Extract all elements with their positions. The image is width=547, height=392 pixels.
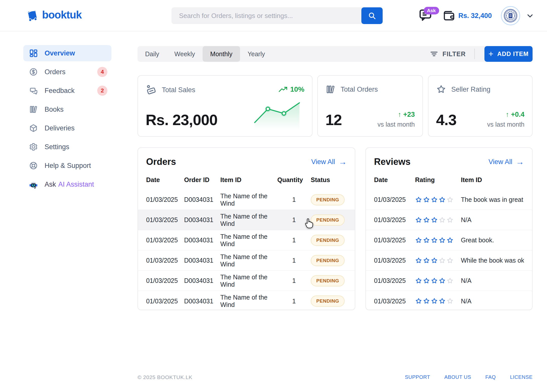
order-date: 01/03/2025 [146, 298, 184, 305]
status-badge: PENDING [311, 275, 345, 286]
tab-yearly[interactable]: Yearly [240, 46, 273, 62]
tab-weekly[interactable]: Weekly [167, 46, 203, 62]
brand-logo[interactable]: booktuk [25, 8, 82, 22]
sidebar-item-label: Deliveries [45, 124, 75, 132]
gear-icon [29, 142, 38, 151]
sidebar-item-overview[interactable]: Overview [23, 45, 111, 61]
dollar-circle-icon [29, 67, 38, 76]
account-menu-chevron[interactable] [526, 11, 534, 20]
sidebar-item-label: Books [45, 106, 64, 113]
star-outline-icon [436, 84, 446, 94]
order-quantity: 1 [277, 277, 311, 284]
wallet-balance: Rs. 32,400 [458, 12, 492, 20]
review-row[interactable]: 01/03/2025N/A [366, 271, 532, 291]
orders-panel: Orders View All → Date Order ID Item ID … [138, 147, 355, 310]
chat-bubbles-icon [29, 86, 38, 95]
footer-link-faq[interactable]: FAQ [485, 374, 496, 380]
star-rating [415, 277, 461, 284]
seller-rating-label: Seller Rating [451, 86, 491, 93]
package-icon [29, 124, 38, 133]
sidebar-item-label: Feedback [45, 87, 75, 95]
review-date: 01/03/2025 [374, 277, 415, 284]
footer-link-about-us[interactable]: ABOUT US [444, 374, 471, 380]
feedback-count-badge: 2 [97, 86, 107, 96]
search-input[interactable] [171, 7, 361, 24]
toolbar-divider [474, 49, 475, 59]
tab-monthly[interactable]: Monthly [203, 46, 240, 62]
book-logo-icon [25, 8, 39, 22]
review-date: 01/03/2025 [374, 237, 415, 244]
wallet-button[interactable]: Rs. 32,400 [442, 9, 492, 22]
footer-link-support[interactable]: SUPPORT [405, 374, 430, 380]
avatar[interactable] [501, 6, 520, 25]
order-date: 01/03/2025 [146, 196, 184, 203]
order-row[interactable]: 01/03/2025D0034031The Name of the Wind1P… [138, 230, 355, 250]
order-row[interactable]: 01/03/2025D0034031The Name of the Wind1P… [138, 271, 355, 291]
review-row[interactable]: 01/03/2025N/A [366, 210, 532, 230]
review-text: N/A [461, 277, 524, 284]
add-item-button[interactable]: + ADD ITEM [484, 46, 533, 62]
avatar-emblem-icon [503, 8, 518, 23]
sidebar-item-settings[interactable]: Settings [23, 139, 111, 155]
review-date: 01/03/2025 [374, 196, 415, 203]
library-icon [29, 105, 38, 114]
sidebar-item-help-support[interactable]: Help & Support [23, 158, 111, 174]
sales-sparkline [252, 99, 303, 130]
tab-daily[interactable]: Daily [138, 46, 167, 62]
order-row[interactable]: 01/03/2025D0034031The Name of the Wind1P… [138, 250, 355, 271]
reviews-view-all-link[interactable]: View All → [489, 158, 524, 166]
topbar-actions: Ask Rs. 32,400 [418, 0, 534, 31]
reviews-panel-title: Reviews [374, 156, 411, 167]
search-button[interactable] [361, 7, 383, 24]
ask-chat-button[interactable]: Ask [418, 7, 436, 25]
order-row[interactable]: 01/03/2025D0034031The Name of the Wind1P… [138, 291, 355, 310]
robot-icon [29, 180, 38, 189]
reviews-table-header: Date Rating Item ID [366, 169, 532, 190]
total-orders-value: 12 [325, 111, 342, 129]
order-quantity: 1 [277, 237, 311, 244]
orders-books-icon [325, 84, 336, 94]
footer-link-license[interactable]: LICENSE [510, 374, 533, 380]
seller-rating-delta: ↑ +0.4 vs last month [487, 111, 524, 128]
ai-assistant-label: AskAI Assistant [45, 181, 94, 188]
order-item: The Name of the Wind [220, 273, 277, 288]
sidebar-item-ai-assistant[interactable]: AskAI Assistant [23, 176, 111, 192]
status-badge: PENDING [311, 214, 345, 226]
sidebar-item-label: Overview [45, 49, 75, 57]
period-tabs: Daily Weekly Monthly Yearly [138, 46, 272, 62]
filter-button[interactable]: FILTER [421, 50, 474, 58]
sidebar-item-label: Help & Support [45, 162, 91, 170]
total-orders-delta: ↑ +23 vs last month [378, 111, 415, 128]
order-item: The Name of the Wind [220, 192, 277, 207]
seller-rating-head: Seller Rating [436, 84, 491, 94]
order-quantity: 1 [277, 196, 311, 203]
total-orders-head: Total Orders [325, 84, 378, 94]
review-row[interactable]: 01/03/2025While the book was oka… [366, 250, 532, 271]
arrow-up-icon: ↑ [398, 111, 403, 118]
sidebar-item-deliveries[interactable]: Deliveries [23, 120, 111, 136]
total-orders-label: Total Orders [341, 86, 378, 93]
review-row[interactable]: 01/03/2025The book was in great c… [366, 190, 532, 210]
search-icon [368, 12, 376, 20]
sidebar-item-books[interactable]: Books [23, 101, 111, 117]
star-rating [415, 237, 461, 244]
sidebar-item-orders[interactable]: Orders 4 [23, 64, 111, 80]
orders-view-all-link[interactable]: View All → [311, 158, 347, 166]
chevron-down-icon [526, 11, 534, 20]
review-text: N/A [461, 298, 524, 305]
order-row[interactable]: 01/03/2025D0034031The Name of the Wind1P… [138, 210, 355, 230]
order-date: 01/03/2025 [146, 216, 184, 224]
review-row[interactable]: 01/03/2025Great book. [366, 230, 532, 250]
status-badge: PENDING [311, 235, 345, 246]
sidebar-item-feedback[interactable]: Feedback 2 [23, 83, 111, 99]
order-item: The Name of the Wind [220, 213, 277, 227]
review-date: 01/03/2025 [374, 257, 415, 264]
orders-count-badge: 4 [97, 67, 107, 77]
orders-table-header: Date Order ID Item ID Quantity Status [138, 169, 355, 190]
total-orders-card: Total Orders 12 ↑ +23 vs last month [317, 75, 423, 137]
wallet-icon [442, 9, 455, 22]
review-row[interactable]: 01/03/2025N/A [366, 291, 532, 310]
order-row[interactable]: 01/03/2025D0034031The Name of the Wind1P… [138, 190, 355, 210]
total-sales-label: Total Sales [162, 86, 195, 94]
seller-rating-value: 4.3 [436, 111, 456, 129]
